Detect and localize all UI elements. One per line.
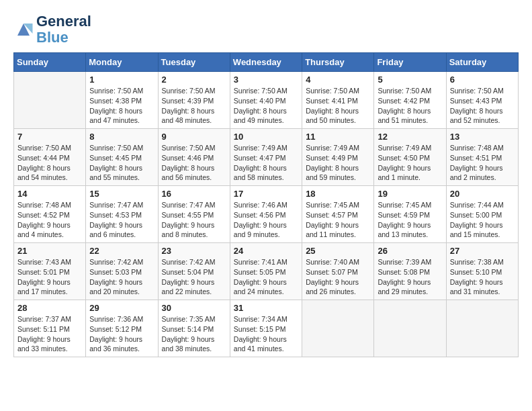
header-cell-wednesday: Wednesday <box>230 53 302 72</box>
day-number: 10 <box>234 132 298 142</box>
day-number: 7 <box>17 132 82 142</box>
day-cell: 12Sunrise: 7:49 AM Sunset: 4:50 PM Dayli… <box>374 129 446 186</box>
day-number: 18 <box>306 189 370 199</box>
day-info: Sunrise: 7:50 AM Sunset: 4:43 PM Dayligh… <box>450 86 515 126</box>
day-cell: 19Sunrise: 7:45 AM Sunset: 4:59 PM Dayli… <box>374 186 446 243</box>
day-number: 12 <box>378 132 442 142</box>
week-row-2: 14Sunrise: 7:48 AM Sunset: 4:52 PM Dayli… <box>14 186 519 243</box>
day-cell: 18Sunrise: 7:45 AM Sunset: 4:57 PM Dayli… <box>302 186 374 243</box>
header-cell-saturday: Saturday <box>446 53 518 72</box>
day-number: 29 <box>89 303 154 313</box>
day-cell: 16Sunrise: 7:47 AM Sunset: 4:55 PM Dayli… <box>158 186 230 243</box>
day-number: 30 <box>162 303 226 313</box>
day-info: Sunrise: 7:42 AM Sunset: 5:03 PM Dayligh… <box>89 257 154 297</box>
day-info: Sunrise: 7:50 AM Sunset: 4:38 PM Dayligh… <box>89 86 154 126</box>
day-cell: 24Sunrise: 7:41 AM Sunset: 5:05 PM Dayli… <box>230 243 302 300</box>
day-number: 13 <box>450 132 515 142</box>
day-info: Sunrise: 7:50 AM Sunset: 4:41 PM Dayligh… <box>306 86 370 126</box>
day-number: 15 <box>89 189 154 199</box>
day-number: 8 <box>89 132 154 142</box>
day-number: 9 <box>162 132 226 142</box>
week-row-4: 28Sunrise: 7:37 AM Sunset: 5:11 PM Dayli… <box>14 300 519 357</box>
day-cell <box>374 300 446 357</box>
day-info: Sunrise: 7:50 AM Sunset: 4:42 PM Dayligh… <box>378 86 442 126</box>
day-cell <box>302 300 374 357</box>
header-cell-sunday: Sunday <box>14 53 86 72</box>
day-number: 31 <box>234 303 298 313</box>
day-cell: 27Sunrise: 7:38 AM Sunset: 5:10 PM Dayli… <box>446 243 518 300</box>
logo-icon <box>13 19 34 40</box>
day-cell: 11Sunrise: 7:49 AM Sunset: 4:49 PM Dayli… <box>302 129 374 186</box>
day-number: 28 <box>17 303 82 313</box>
header-cell-friday: Friday <box>374 53 446 72</box>
day-cell: 13Sunrise: 7:48 AM Sunset: 4:51 PM Dayli… <box>446 129 518 186</box>
day-cell: 2Sunrise: 7:50 AM Sunset: 4:39 PM Daylig… <box>158 72 230 129</box>
day-info: Sunrise: 7:41 AM Sunset: 5:05 PM Dayligh… <box>234 257 298 297</box>
day-info: Sunrise: 7:45 AM Sunset: 4:57 PM Dayligh… <box>306 200 370 240</box>
day-cell: 22Sunrise: 7:42 AM Sunset: 5:03 PM Dayli… <box>86 243 158 300</box>
day-cell <box>446 300 518 357</box>
day-info: Sunrise: 7:47 AM Sunset: 4:53 PM Dayligh… <box>89 200 154 240</box>
day-info: Sunrise: 7:50 AM Sunset: 4:45 PM Dayligh… <box>89 143 154 183</box>
day-number: 23 <box>162 246 226 256</box>
day-cell: 17Sunrise: 7:46 AM Sunset: 4:56 PM Dayli… <box>230 186 302 243</box>
day-info: Sunrise: 7:42 AM Sunset: 5:04 PM Dayligh… <box>162 257 226 297</box>
day-cell: 7Sunrise: 7:50 AM Sunset: 4:44 PM Daylig… <box>14 129 86 186</box>
day-info: Sunrise: 7:48 AM Sunset: 4:51 PM Dayligh… <box>450 143 515 183</box>
day-number: 25 <box>306 246 370 256</box>
header-row: SundayMondayTuesdayWednesdayThursdayFrid… <box>14 53 519 72</box>
day-cell: 26Sunrise: 7:39 AM Sunset: 5:08 PM Dayli… <box>374 243 446 300</box>
day-info: Sunrise: 7:46 AM Sunset: 4:56 PM Dayligh… <box>234 200 298 240</box>
day-number: 11 <box>306 132 370 142</box>
week-row-0: 1Sunrise: 7:50 AM Sunset: 4:38 PM Daylig… <box>14 72 519 129</box>
header-cell-thursday: Thursday <box>302 53 374 72</box>
day-number: 1 <box>89 75 154 85</box>
page-header: General Blue <box>13 13 519 46</box>
day-info: Sunrise: 7:50 AM Sunset: 4:40 PM Dayligh… <box>234 86 298 126</box>
day-cell: 10Sunrise: 7:49 AM Sunset: 4:47 PM Dayli… <box>230 129 302 186</box>
day-info: Sunrise: 7:45 AM Sunset: 4:59 PM Dayligh… <box>378 200 442 240</box>
day-cell: 28Sunrise: 7:37 AM Sunset: 5:11 PM Dayli… <box>14 300 86 357</box>
day-cell: 25Sunrise: 7:40 AM Sunset: 5:07 PM Dayli… <box>302 243 374 300</box>
day-info: Sunrise: 7:38 AM Sunset: 5:10 PM Dayligh… <box>450 257 515 297</box>
day-info: Sunrise: 7:50 AM Sunset: 4:39 PM Dayligh… <box>162 86 226 126</box>
day-cell: 23Sunrise: 7:42 AM Sunset: 5:04 PM Dayli… <box>158 243 230 300</box>
day-number: 5 <box>378 75 442 85</box>
day-info: Sunrise: 7:49 AM Sunset: 4:49 PM Dayligh… <box>306 143 370 183</box>
day-info: Sunrise: 7:44 AM Sunset: 5:00 PM Dayligh… <box>450 200 515 240</box>
day-info: Sunrise: 7:48 AM Sunset: 4:52 PM Dayligh… <box>17 200 82 240</box>
day-number: 26 <box>378 246 442 256</box>
day-info: Sunrise: 7:47 AM Sunset: 4:55 PM Dayligh… <box>162 200 226 240</box>
day-info: Sunrise: 7:49 AM Sunset: 4:47 PM Dayligh… <box>234 143 298 183</box>
calendar-table: SundayMondayTuesdayWednesdayThursdayFrid… <box>13 52 519 357</box>
day-info: Sunrise: 7:39 AM Sunset: 5:08 PM Dayligh… <box>378 257 442 297</box>
day-number: 21 <box>17 246 82 256</box>
week-row-1: 7Sunrise: 7:50 AM Sunset: 4:44 PM Daylig… <box>14 129 519 186</box>
day-cell: 9Sunrise: 7:50 AM Sunset: 4:46 PM Daylig… <box>158 129 230 186</box>
header-cell-monday: Monday <box>86 53 158 72</box>
day-info: Sunrise: 7:43 AM Sunset: 5:01 PM Dayligh… <box>17 257 82 297</box>
day-cell: 14Sunrise: 7:48 AM Sunset: 4:52 PM Dayli… <box>14 186 86 243</box>
day-info: Sunrise: 7:40 AM Sunset: 5:07 PM Dayligh… <box>306 257 370 297</box>
day-cell: 8Sunrise: 7:50 AM Sunset: 4:45 PM Daylig… <box>86 129 158 186</box>
day-info: Sunrise: 7:50 AM Sunset: 4:46 PM Dayligh… <box>162 143 226 183</box>
day-info: Sunrise: 7:37 AM Sunset: 5:11 PM Dayligh… <box>17 314 82 354</box>
day-number: 6 <box>450 75 515 85</box>
day-info: Sunrise: 7:35 AM Sunset: 5:14 PM Dayligh… <box>162 314 226 354</box>
day-info: Sunrise: 7:36 AM Sunset: 5:12 PM Dayligh… <box>89 314 154 354</box>
day-number: 2 <box>162 75 226 85</box>
day-number: 20 <box>450 189 515 199</box>
day-cell: 1Sunrise: 7:50 AM Sunset: 4:38 PM Daylig… <box>86 72 158 129</box>
day-info: Sunrise: 7:49 AM Sunset: 4:50 PM Dayligh… <box>378 143 442 183</box>
day-number: 14 <box>17 189 82 199</box>
day-cell: 31Sunrise: 7:34 AM Sunset: 5:15 PM Dayli… <box>230 300 302 357</box>
day-info: Sunrise: 7:34 AM Sunset: 5:15 PM Dayligh… <box>234 314 298 354</box>
day-cell <box>14 72 86 129</box>
day-number: 17 <box>234 189 298 199</box>
day-cell: 29Sunrise: 7:36 AM Sunset: 5:12 PM Dayli… <box>86 300 158 357</box>
day-number: 22 <box>89 246 154 256</box>
day-cell: 20Sunrise: 7:44 AM Sunset: 5:00 PM Dayli… <box>446 186 518 243</box>
day-cell: 3Sunrise: 7:50 AM Sunset: 4:40 PM Daylig… <box>230 72 302 129</box>
day-number: 3 <box>234 75 298 85</box>
logo-text: General Blue <box>36 13 91 46</box>
